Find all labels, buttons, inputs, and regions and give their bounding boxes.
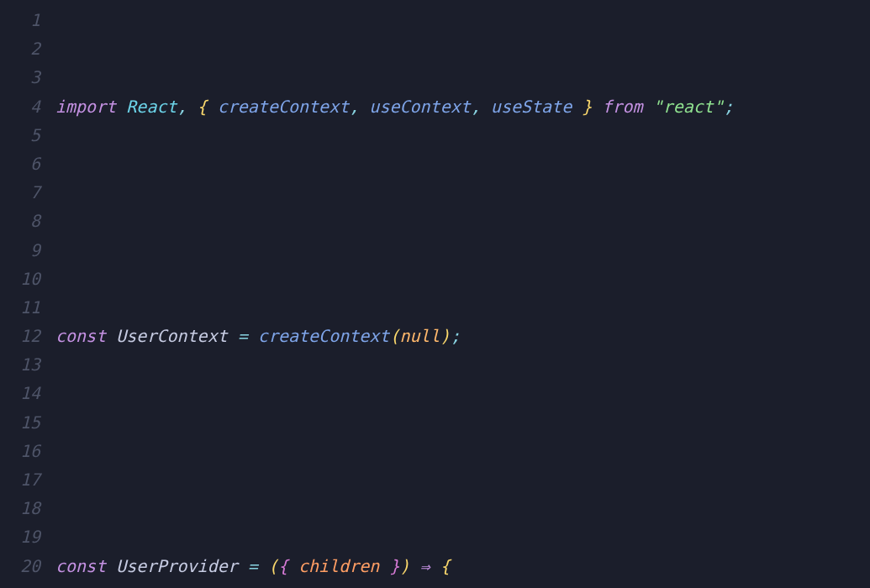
- line-number: 18: [0, 494, 40, 522]
- code-line[interactable]: const UserProvider = ({ children }) ⇒ {: [55, 552, 870, 580]
- code-area[interactable]: import React, { createContext, useContex…: [52, 6, 870, 588]
- code-line[interactable]: [55, 207, 870, 235]
- line-number: 7: [0, 178, 40, 207]
- line-number: 4: [0, 92, 40, 121]
- line-number: 8: [0, 207, 40, 235]
- line-number: 9: [0, 236, 40, 265]
- line-number: 2: [0, 34, 40, 63]
- line-number: 3: [0, 63, 40, 92]
- line-number: 17: [0, 465, 40, 494]
- line-number: 15: [0, 408, 40, 437]
- line-number: 11: [0, 293, 40, 322]
- line-number: 1: [0, 6, 40, 34]
- line-number: 6: [0, 150, 40, 178]
- code-line[interactable]: [55, 437, 870, 465]
- line-number: 10: [0, 265, 40, 293]
- line-number-gutter: 1 2 3 4 5 6 7 8 9 10 11 12 13 14 15 16 1…: [0, 6, 52, 588]
- line-number: 12: [0, 322, 40, 350]
- line-number: 20: [0, 552, 40, 580]
- line-number: 19: [0, 522, 40, 551]
- code-editor[interactable]: 1 2 3 4 5 6 7 8 9 10 11 12 13 14 15 16 1…: [0, 0, 870, 588]
- line-number: 16: [0, 437, 40, 465]
- line-number: 14: [0, 379, 40, 407]
- code-line[interactable]: import React, { createContext, useContex…: [55, 92, 870, 121]
- code-line[interactable]: const UserContext = createContext(null);: [55, 322, 870, 350]
- line-number: 5: [0, 121, 40, 150]
- line-number: 13: [0, 350, 40, 379]
